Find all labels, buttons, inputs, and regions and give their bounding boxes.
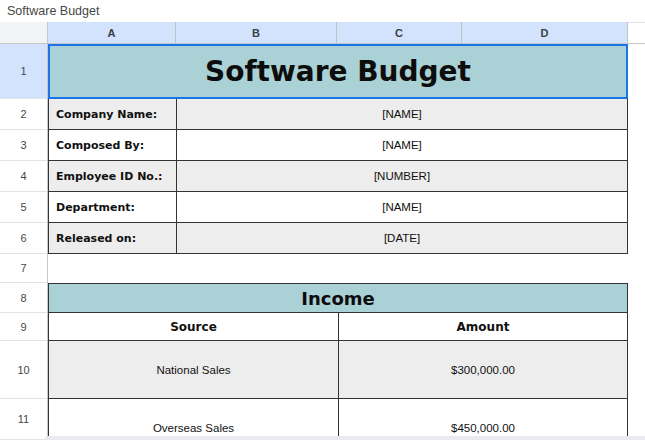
row-header-8[interactable]: 8 (0, 283, 47, 313)
info-table: Company Name: [NAME] Composed By: [NAME]… (48, 99, 628, 254)
row-header-7[interactable]: 7 (0, 254, 47, 283)
amount-column-header-cell[interactable]: Amount (339, 313, 628, 341)
employee-id-value-cell[interactable]: [NUMBER] (177, 161, 628, 192)
row-header-3[interactable]: 3 (0, 130, 47, 161)
company-name-value-cell[interactable]: [NAME] (177, 99, 628, 130)
row-header-11[interactable]: 11 (0, 399, 47, 440)
overseas-sales-amount-cell[interactable]: $450,000.00 (339, 399, 628, 440)
column-header-b[interactable]: B (176, 22, 337, 44)
row-header-10[interactable]: 10 (0, 341, 47, 399)
select-all-corner[interactable] (0, 22, 48, 44)
row-header-band: 1 2 3 4 5 6 7 8 9 10 11 (0, 44, 48, 440)
row-header-9[interactable]: 9 (0, 313, 47, 341)
table-row: Composed By: [NAME] (49, 130, 628, 161)
composed-by-label-cell[interactable]: Composed By: (49, 130, 177, 161)
overseas-sales-source-cell[interactable]: Overseas Sales (49, 399, 339, 440)
column-header-c[interactable]: C (337, 22, 462, 44)
table-row: National Sales $300,000.00 (49, 341, 628, 399)
company-name-label-cell[interactable]: Company Name: (49, 99, 177, 130)
department-label-cell[interactable]: Department: (49, 192, 177, 223)
row-header-4[interactable]: 4 (0, 161, 47, 192)
composed-by-value-cell[interactable]: [NAME] (177, 130, 628, 161)
income-section-header[interactable]: Income (48, 283, 628, 313)
table-row: Source Amount (49, 313, 628, 341)
national-sales-source-cell[interactable]: National Sales (49, 341, 339, 399)
released-on-value-cell[interactable]: [DATE] (177, 223, 628, 254)
row-header-1[interactable]: 1 (0, 44, 47, 99)
row-header-2[interactable]: 2 (0, 99, 47, 130)
national-sales-amount-cell[interactable]: $300,000.00 (339, 341, 628, 399)
table-row: Company Name: [NAME] (49, 99, 628, 130)
column-header-d[interactable]: D (462, 22, 628, 44)
horizontal-scrollbar[interactable] (45, 436, 645, 440)
table-row: Released on: [DATE] (49, 223, 628, 254)
income-table: Source Amount National Sales $300,000.00… (48, 313, 628, 440)
row-header-5[interactable]: 5 (0, 192, 47, 223)
sheet-title-cell[interactable]: Software Budget (48, 44, 628, 99)
column-header-a[interactable]: A (48, 22, 176, 44)
row-header-6[interactable]: 6 (0, 223, 47, 254)
table-row: Department: [NAME] (49, 192, 628, 223)
table-row: Employee ID No.: [NUMBER] (49, 161, 628, 192)
employee-id-label-cell[interactable]: Employee ID No.: (49, 161, 177, 192)
document-title: Software Budget (7, 4, 99, 18)
source-column-header-cell[interactable]: Source (49, 313, 339, 341)
table-row: Overseas Sales $450,000.00 (49, 399, 628, 440)
released-on-label-cell[interactable]: Released on: (49, 223, 177, 254)
department-value-cell[interactable]: [NAME] (177, 192, 628, 223)
